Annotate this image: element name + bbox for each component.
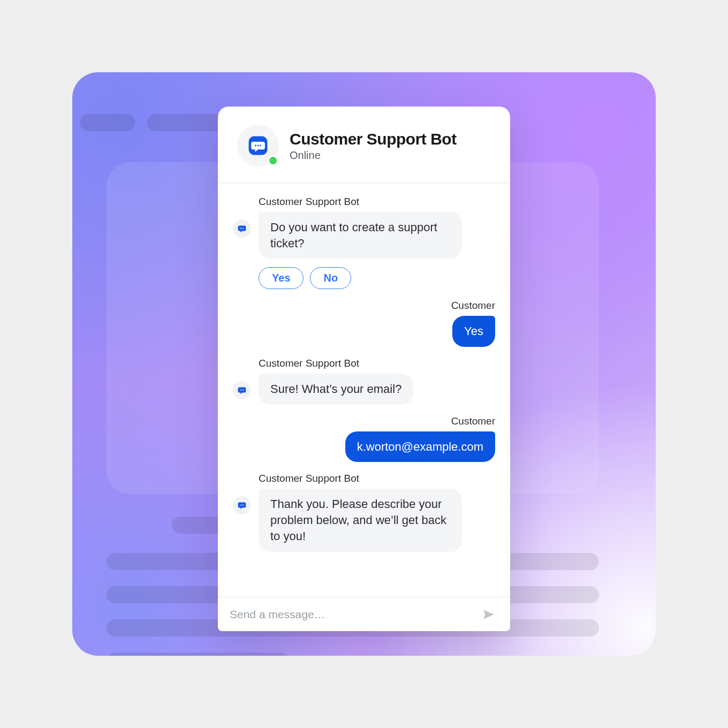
svg-point-9 [243, 390, 244, 391]
quick-reply-yes-button[interactable]: Yes [259, 267, 304, 289]
chat-bubble-icon [236, 499, 248, 511]
chat-bubble-icon [236, 223, 248, 234]
svg-point-1 [255, 145, 256, 147]
svg-point-11 [241, 505, 242, 506]
user-message: k.worton@example.com [345, 431, 495, 462]
bot-message: Thank you. Please describe your problem … [259, 489, 462, 551]
chat-title: Customer Support Bot [290, 130, 457, 148]
message-group-user: Customer k.worton@example.com [233, 415, 495, 462]
send-icon [482, 608, 496, 621]
message-group-user: Customer Yes [233, 300, 495, 347]
message-input[interactable] [230, 608, 479, 621]
bot-avatar [237, 125, 279, 166]
composer [218, 597, 510, 631]
message-group-bot: Customer Support Bot Do you want to crea… [233, 196, 495, 259]
quick-reply-row: Yes No [259, 267, 495, 289]
bot-avatar-small [233, 381, 251, 399]
chat-bubble-icon [246, 134, 270, 157]
chat-status: Online [290, 149, 457, 162]
svg-point-10 [240, 505, 241, 506]
bot-avatar-small [233, 496, 251, 514]
sender-label: Customer [451, 300, 495, 312]
svg-point-7 [240, 390, 241, 391]
message-group-bot: Customer Support Bot Sure! What’s your e… [233, 358, 495, 405]
svg-point-6 [243, 228, 244, 229]
bot-avatar-small [233, 219, 251, 238]
svg-point-2 [257, 145, 259, 147]
svg-point-5 [241, 228, 242, 229]
svg-point-3 [260, 145, 261, 147]
chat-body[interactable]: Customer Support Bot Do you want to crea… [218, 183, 510, 597]
chat-header: Customer Support Bot Online [218, 107, 510, 183]
svg-point-4 [240, 228, 241, 229]
svg-point-8 [241, 390, 242, 391]
background: Customer Support Bot Online Customer Sup… [72, 72, 656, 656]
bot-message: Do you want to create a support ticket? [259, 212, 462, 259]
message-group-bot: Customer Support Bot Thank you. Please d… [233, 473, 495, 551]
svg-point-12 [243, 505, 244, 506]
quick-reply-no-button[interactable]: No [310, 267, 351, 289]
sender-label: Customer [451, 415, 495, 427]
chat-bubble-icon [236, 384, 248, 396]
user-message: Yes [452, 316, 495, 347]
bot-message: Sure! What’s your email? [259, 374, 413, 405]
sender-label: Customer Support Bot [259, 196, 462, 208]
chat-widget: Customer Support Bot Online Customer Sup… [218, 107, 510, 631]
sender-label: Customer Support Bot [259, 473, 462, 484]
presence-indicator [269, 157, 277, 164]
sender-label: Customer Support Bot [259, 358, 413, 369]
send-button[interactable] [479, 605, 498, 624]
